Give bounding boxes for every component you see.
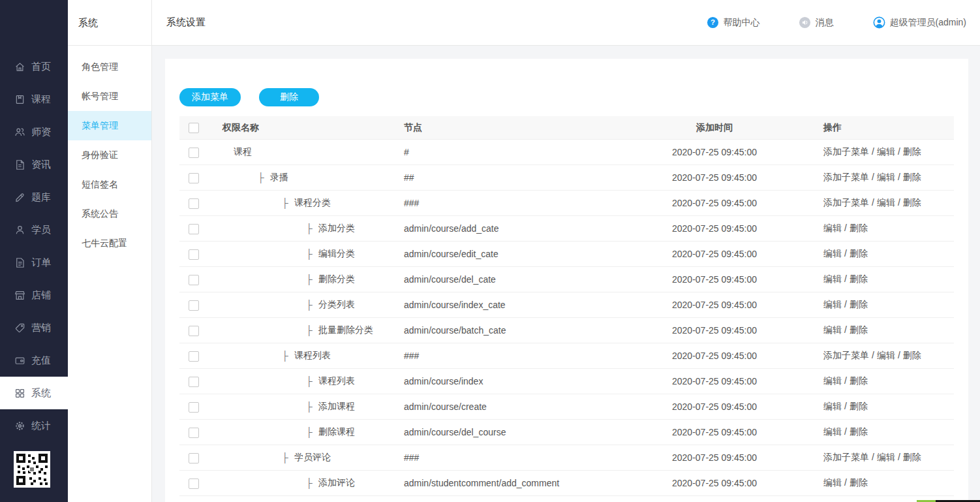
tree-branch-prefix: ├ [306, 325, 313, 336]
select-all-checkbox[interactable] [189, 123, 199, 133]
sidebar-item-shop[interactable]: 店铺 [0, 279, 68, 311]
op-edit-link[interactable]: 编辑 [823, 223, 842, 233]
op-delete-link[interactable]: 删除 [850, 274, 868, 284]
op-add-submenu-link[interactable]: 添加子菜单 [823, 172, 869, 182]
submenu-item[interactable]: 身份验证 [68, 140, 151, 170]
op-edit-link[interactable]: 编辑 [823, 375, 842, 386]
node-cell: admin/studentcomment/add_comment [393, 478, 623, 488]
sidebar-item-news[interactable]: 资讯 [0, 148, 68, 181]
row-checkbox[interactable] [189, 428, 199, 438]
row-checkbox[interactable] [189, 478, 199, 489]
sidebar-item-marketing[interactable]: 营销 [0, 311, 68, 344]
op-delete-link[interactable]: 删除 [850, 401, 868, 411]
op-add-submenu-link[interactable]: 添加子菜单 [823, 350, 869, 360]
sidebar-item-label: 充值 [31, 354, 51, 367]
op-delete-link[interactable]: 删除 [903, 350, 921, 360]
op-edit-link[interactable]: 编辑 [877, 350, 895, 360]
node-cell: ## [393, 172, 623, 183]
submenu-item[interactable]: 短信签名 [68, 170, 151, 199]
user-menu[interactable]: 超级管理员(admin) [873, 16, 966, 29]
operations-cell: 编辑/删除 [806, 299, 954, 311]
op-delete-link[interactable]: 删除 [903, 452, 921, 462]
op-delete-link[interactable]: 删除 [903, 172, 921, 182]
row-checkbox[interactable] [189, 249, 199, 260]
row-checkbox[interactable] [189, 377, 199, 387]
time-cell: 2020-07-25 09:45:00 [623, 198, 806, 208]
row-checkbox[interactable] [189, 148, 199, 158]
op-edit-link[interactable]: 编辑 [823, 426, 842, 437]
op-edit-link[interactable]: 编辑 [877, 452, 895, 462]
op-edit-link[interactable]: 编辑 [877, 146, 895, 157]
op-add-submenu-link[interactable]: 添加子菜单 [823, 197, 869, 208]
checkbox-cell [179, 172, 222, 183]
operations-cell: 编辑/删除 [806, 401, 954, 413]
permission-name: 学员评论 [294, 452, 331, 463]
row-checkbox[interactable] [189, 453, 199, 463]
op-edit-link[interactable]: 编辑 [823, 477, 842, 488]
permission-name: 批量删除分类 [318, 324, 373, 336]
sidebar-item-stats[interactable]: 统计 [0, 409, 68, 442]
op-delete-link[interactable]: 删除 [903, 197, 921, 208]
help-center-link[interactable]: ? 帮助中心 [707, 16, 760, 29]
tree-branch-prefix: ├ [282, 351, 288, 361]
question-circle-icon: ? [707, 16, 719, 29]
checkbox-cell [179, 299, 222, 310]
op-add-submenu-link[interactable]: 添加子菜单 [823, 146, 869, 157]
row-checkbox[interactable] [189, 275, 199, 285]
sidebar-item-course[interactable]: 课程 [0, 83, 68, 116]
row-checkbox[interactable] [189, 198, 199, 209]
submenu-item[interactable]: 帐号管理 [68, 82, 151, 111]
sidebar-item-question-bank[interactable]: 题库 [0, 181, 68, 213]
op-edit-link[interactable]: 编辑 [823, 299, 842, 309]
sidebar-item-orders[interactable]: 订单 [0, 246, 68, 279]
op-delete-link[interactable]: 删除 [850, 324, 868, 335]
time-cell: 2020-07-25 09:45:00 [623, 172, 806, 183]
sidebar-item-home[interactable]: 首页 [0, 50, 68, 83]
submenu-item[interactable]: 角色管理 [68, 52, 151, 82]
row-checkbox[interactable] [189, 224, 199, 234]
time-cell: 2020-07-25 09:45:00 [623, 351, 806, 361]
main-area: 系统设置 ? 帮助中心 消息 [152, 0, 980, 502]
row-checkbox[interactable] [189, 326, 199, 336]
sidebar-item-students[interactable]: 学员 [0, 213, 68, 246]
op-edit-link[interactable]: 编辑 [823, 274, 842, 284]
op-delete-link[interactable]: 删除 [850, 426, 868, 437]
ops-separator: / [842, 274, 850, 284]
row-checkbox[interactable] [189, 402, 199, 413]
op-edit-link[interactable]: 编辑 [823, 401, 842, 411]
messages-link[interactable]: 消息 [799, 16, 834, 29]
node-cell: admin/course/del_cate [393, 274, 623, 285]
add-menu-button[interactable]: 添加菜单 [179, 88, 241, 106]
operations-cell: 编辑/删除 [806, 274, 954, 285]
submenu-item[interactable]: 七牛云配置 [68, 228, 151, 258]
node-cell: admin/course/del_course [393, 427, 623, 437]
op-edit-link[interactable]: 编辑 [823, 324, 842, 335]
op-delete-link[interactable]: 删除 [850, 477, 868, 488]
sidebar-item-teachers[interactable]: 师资 [0, 116, 68, 148]
op-edit-link[interactable]: 编辑 [877, 172, 895, 182]
time-cell: 2020-07-25 09:45:00 [623, 147, 806, 157]
row-checkbox[interactable] [189, 173, 199, 183]
row-checkbox[interactable] [189, 351, 199, 362]
op-delete-link[interactable]: 删除 [903, 146, 921, 157]
time-cell: 2020-07-25 09:45:00 [623, 300, 806, 310]
delete-button[interactable]: 删除 [259, 88, 319, 106]
table-row: ├课程列表###2020-07-25 09:45:00添加子菜单/编辑/删除 [179, 343, 954, 369]
sidebar-item-recharge[interactable]: 充值 [0, 344, 68, 377]
tree-branch-prefix: ├ [306, 274, 313, 285]
op-add-submenu-link[interactable]: 添加子菜单 [823, 452, 869, 462]
sidebar-item-system[interactable]: 系统 [0, 377, 68, 409]
op-delete-link[interactable]: 删除 [850, 375, 868, 386]
submenu-item[interactable]: 菜单管理 [68, 111, 151, 140]
op-delete-link[interactable]: 删除 [850, 299, 868, 309]
tree-branch-prefix: ├ [306, 478, 313, 488]
submenu-item[interactable]: 系统公告 [68, 199, 151, 228]
op-edit-link[interactable]: 编辑 [877, 197, 895, 208]
permission-name: 添加分类 [318, 223, 355, 234]
operations-cell: 编辑/删除 [806, 375, 954, 387]
op-delete-link[interactable]: 删除 [850, 248, 868, 259]
op-edit-link[interactable]: 编辑 [823, 248, 842, 259]
row-checkbox[interactable] [189, 300, 199, 311]
node-cell: ### [393, 351, 623, 361]
op-delete-link[interactable]: 删除 [850, 223, 868, 233]
